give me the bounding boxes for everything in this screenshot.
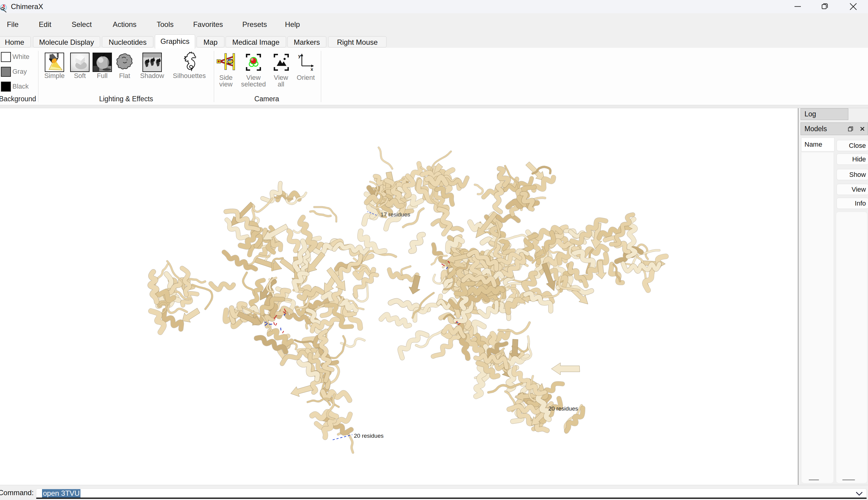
svg-text:x: x <box>311 67 313 71</box>
svg-text:17 residues: 17 residues <box>381 211 410 218</box>
svg-text:y: y <box>298 53 301 58</box>
svg-text:x: x <box>2 2 5 9</box>
svg-text:20 residues: 20 residues <box>548 405 578 412</box>
svg-text:20 residues: 20 residues <box>354 433 383 439</box>
